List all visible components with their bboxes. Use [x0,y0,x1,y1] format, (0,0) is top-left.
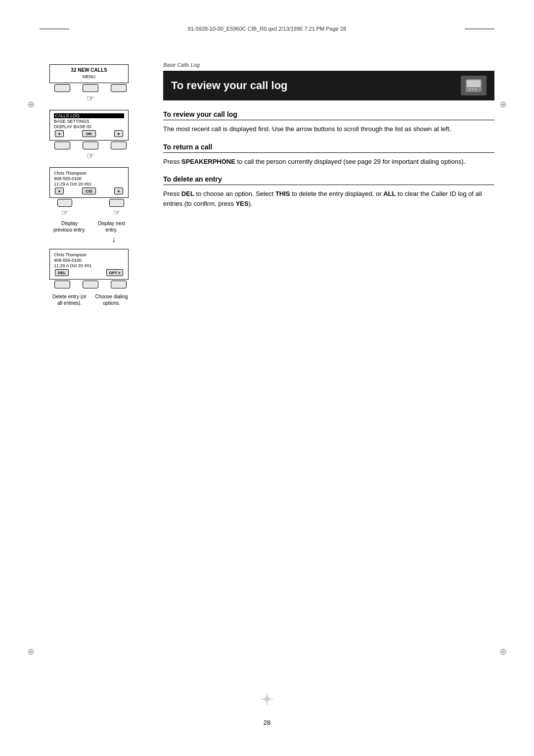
screen2-row2: BASE SETTINGS [54,119,124,124]
ctrl-right-3: ● [114,188,123,194]
section-return: To return a call Press SPEAKERPHONE to c… [163,143,494,167]
screen2-row3: DISPLAY BASE-ID [54,124,124,129]
screen1: 32 NEW CALLS MENU [49,64,129,83]
screen4: Chris Thompson 908-555-0100 11:29 A Oct … [49,249,129,280]
ctrl-right-2: ● [114,130,123,137]
section-label: Base Calls Log [163,62,494,68]
screen3-line3: 11:29 A Oct 20 #01 [54,182,124,187]
softkey-right-1[interactable] [111,84,127,92]
softkey-mid-4[interactable] [83,281,98,288]
heading-delete: To delete an entry [163,175,494,185]
hand-pointer-1: ☞ [87,93,94,104]
screen4-controls: DEL OPT # [54,269,124,277]
right-column: Base Calls Log To review your call log T… [163,62,494,217]
page-meta: 91-5928-10-00_E5960C CIB_R0.qxd 2/13/199… [40,26,494,32]
softkey-prev[interactable] [57,199,72,207]
screen2-controls: ● OK ● [54,130,124,138]
softkey-right-4[interactable] [111,281,127,288]
section-delete: To delete an entry Press DEL to choose a… [163,175,494,208]
hand-pointer-2: ☞ [87,150,94,161]
screen4-line1: Chris Thompson [54,252,124,257]
softkey-next[interactable] [109,199,124,207]
caption-prev: Display previous entry. [52,220,87,233]
heading-return: To return a call [163,143,494,153]
reg-mark-bl: ⊕ [27,646,35,657]
caption-row-2: Delete entry (or all entries). Choose di… [48,293,133,306]
ctrl-del-4: DEL [55,269,69,276]
screen3-line2: 908-555-0100 [54,176,124,181]
screen2-row1: CALLS LOG [54,113,124,118]
screen2-softkeys [48,142,133,149]
reg-mark-br: ⊕ [499,646,507,657]
arrow-down: ↓ [74,235,153,244]
screen3-controls: ● CID ● [54,187,124,195]
hand-pointer-3a: ☞ [61,208,68,217]
reg-mark-tr: ⊕ [499,99,507,110]
caption-row-1: Display previous entry. Display next ent… [48,220,133,233]
svg-rect-1 [467,80,481,87]
page-title: To review your call log [171,79,288,92]
section-review: To review your call log The most recent … [163,110,494,134]
screen2: CALLS LOG BASE SETTINGS DISPLAY BASE-ID … [49,110,129,141]
screen4-line3: 11:29 A Oct 20 #01 [54,263,124,268]
ctrl-left-3: ● [55,188,64,194]
svg-rect-2 [469,88,471,90]
screen4-line2: 908-555-0100 [54,258,124,263]
screen3: Chris Thompson 908-555-0100 11:29 A Oct … [49,167,129,198]
screen1-menu: MENU [54,74,124,79]
caption-delete: Delete entry (or all entries). [52,293,87,306]
phone-icon [461,76,487,95]
crosshair-bottom [261,693,273,707]
ctrl-opt-4: OPT # [106,269,123,276]
ctrl-cid-3: CID [82,188,96,194]
body-review: The most recent call is displayed first.… [163,124,494,134]
ctrl-left-2: ● [55,130,64,137]
caption-next: Display next entry. [94,220,129,233]
left-column: 32 NEW CALLS MENU ☞ CALLS LOG BASE SETTI… [44,64,153,306]
body-return: Press SPEAKERPHONE to call the person cu… [163,157,494,167]
svg-rect-4 [475,88,477,90]
screen4-softkeys [48,281,133,288]
softkey-left-1[interactable] [54,84,70,92]
caption-dialing: Choose dialing options. [94,293,129,306]
softkey-left-4[interactable] [54,281,70,288]
ctrl-ok-2: OK [82,130,96,137]
page-number: 28 [264,719,270,726]
softkey-left-2[interactable] [54,142,70,149]
softkey-mid-2[interactable] [83,142,98,149]
screen3-line1: Chris Thompson [54,171,124,176]
softkey-mid-1[interactable] [83,84,98,92]
title-bar: To review your call log [163,71,494,100]
heading-review: To review your call log [163,110,494,120]
svg-rect-3 [472,88,474,90]
screen1-header: 32 NEW CALLS [54,67,124,73]
screen1-softkeys [48,84,133,92]
file-info: 91-5928-10-00_E5960C CIB_R0.qxd 2/13/199… [69,26,465,32]
softkey-right-2[interactable] [111,142,127,149]
body-delete: Press DEL to choose an option. Select TH… [163,189,494,208]
reg-mark-tl: ⊕ [27,99,35,110]
hand-pointer-3b: ☞ [113,208,120,217]
